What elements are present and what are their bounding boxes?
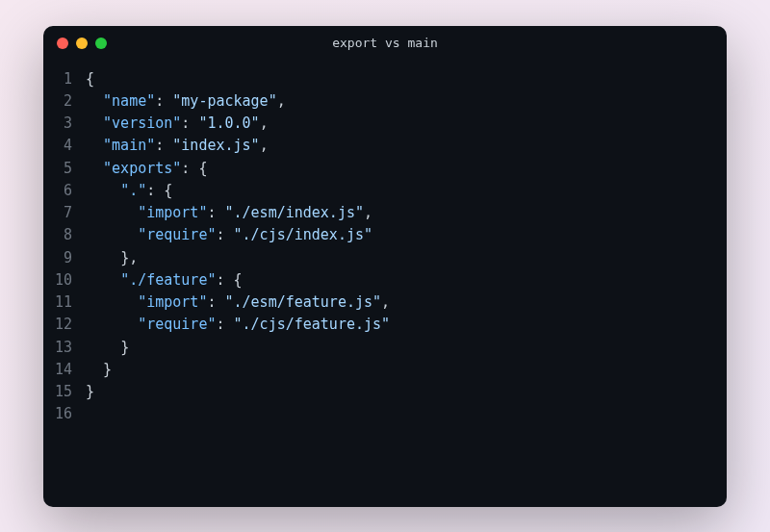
code-line: 7 "import": "./esm/index.js",	[43, 202, 727, 224]
line-number: 6	[43, 180, 86, 202]
code-line: 12 "require": "./cjs/feature.js"	[43, 314, 727, 336]
code-editor[interactable]: 1 { 2 "name": "my-package", 3 "version":…	[43, 61, 727, 507]
code-line: 11 "import": "./esm/feature.js",	[43, 291, 727, 314]
code-line: 5 "exports": {	[43, 158, 727, 180]
code-content: {	[86, 68, 94, 90]
traffic-lights	[57, 38, 107, 49]
code-line: 16	[43, 403, 727, 425]
line-number: 15	[43, 381, 86, 403]
code-line: 4 "main": "index.js",	[43, 135, 727, 157]
code-content: }	[86, 359, 112, 381]
code-line: 13 }	[43, 337, 727, 359]
line-number: 14	[43, 359, 86, 381]
code-content: "./feature": {	[86, 269, 243, 291]
line-number: 10	[43, 269, 86, 291]
line-number: 8	[43, 224, 86, 246]
code-content: "require": "./cjs/index.js"	[86, 224, 372, 246]
code-content: "version": "1.0.0",	[86, 113, 269, 135]
code-content: }	[86, 337, 129, 359]
line-number: 1	[43, 68, 86, 90]
line-number: 12	[43, 314, 86, 336]
line-number: 4	[43, 135, 86, 157]
minimize-icon[interactable]	[76, 38, 88, 49]
titlebar: export vs main	[43, 26, 727, 61]
code-line: 15 }	[43, 381, 727, 403]
line-number: 9	[43, 247, 86, 269]
code-line: 10 "./feature": {	[43, 269, 727, 291]
line-number: 5	[43, 158, 86, 180]
line-number: 11	[43, 291, 86, 314]
code-content: ".": {	[86, 180, 172, 202]
window-title: export vs main	[332, 36, 438, 50]
code-line: 2 "name": "my-package",	[43, 90, 727, 113]
maximize-icon[interactable]	[95, 38, 107, 49]
code-content: "exports": {	[86, 158, 207, 180]
code-line: 3 "version": "1.0.0",	[43, 113, 727, 135]
code-window: export vs main 1 { 2 "name": "my-package…	[43, 26, 727, 507]
close-icon[interactable]	[57, 38, 68, 49]
code-content: "name": "my-package",	[86, 90, 286, 113]
code-line: 9 },	[43, 247, 727, 269]
line-number: 3	[43, 113, 86, 135]
code-content: },	[86, 247, 138, 269]
code-content: }	[86, 381, 94, 403]
code-line: 1 {	[43, 68, 727, 90]
line-number: 13	[43, 337, 86, 359]
code-line: 14 }	[43, 359, 727, 381]
code-line: 8 "require": "./cjs/index.js"	[43, 224, 727, 246]
code-content: "require": "./cjs/feature.js"	[86, 314, 390, 336]
code-content: "import": "./esm/index.js",	[86, 202, 372, 224]
code-content: "import": "./esm/feature.js",	[86, 291, 390, 314]
line-number: 2	[43, 90, 86, 113]
line-number: 7	[43, 202, 86, 224]
code-content: "main": "index.js",	[86, 135, 269, 157]
code-line: 6 ".": {	[43, 180, 727, 202]
line-number: 16	[43, 403, 86, 425]
